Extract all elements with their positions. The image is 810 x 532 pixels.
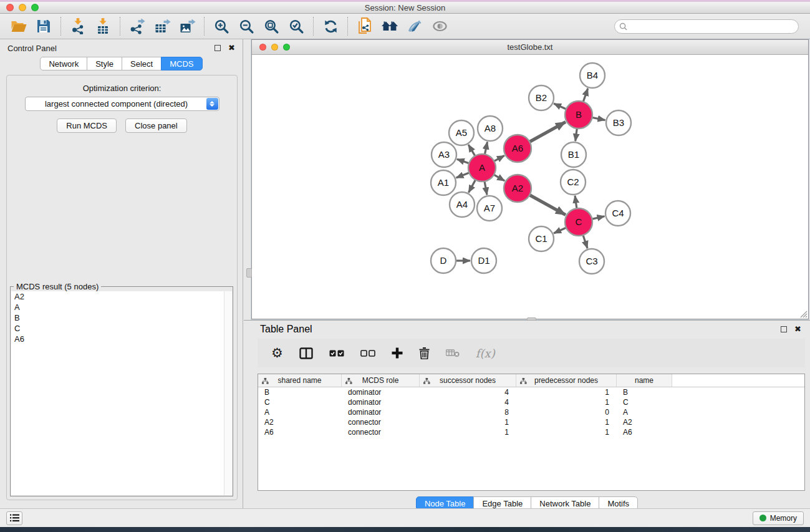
- task-history-button[interactable]: [6, 511, 22, 525]
- column-header-role[interactable]: MCDS role: [342, 374, 420, 387]
- save-session-icon[interactable]: [31, 16, 56, 37]
- network-graph-canvas[interactable]: B4B2BB3A5A8A6A3B1AA1C2A2A4A7C4CC1DD1C3: [252, 55, 808, 319]
- cell-name[interactable]: A: [617, 407, 672, 417]
- column-header-name[interactable]: name: [617, 374, 672, 387]
- edge-B-B2[interactable]: [554, 104, 567, 110]
- cybrowser-home-icon[interactable]: [377, 16, 402, 37]
- eye-icon[interactable]: [427, 16, 452, 37]
- edge-C-C1[interactable]: [554, 227, 567, 233]
- node-D[interactable]: D: [431, 248, 456, 273]
- node-B1[interactable]: B1: [561, 142, 586, 167]
- tab-select[interactable]: Select: [122, 57, 162, 70]
- cell-name[interactable]: B: [617, 387, 672, 397]
- edge-A-A5[interactable]: [468, 145, 476, 157]
- column-layout-icon[interactable]: [299, 344, 313, 362]
- node-A4[interactable]: A4: [450, 192, 475, 217]
- node-A6[interactable]: A6: [504, 135, 531, 162]
- cell-role[interactable]: dominator: [342, 397, 420, 407]
- mcds-result-item[interactable]: A2: [11, 291, 232, 302]
- mcds-result-item[interactable]: C: [11, 323, 232, 334]
- float-table-panel-icon[interactable]: [781, 326, 787, 332]
- node-A3[interactable]: A3: [432, 142, 456, 167]
- cell-pred[interactable]: 1: [516, 427, 617, 437]
- close-panel-icon[interactable]: ✖: [228, 45, 235, 51]
- cell-role[interactable]: dominator: [342, 387, 420, 397]
- node-C1[interactable]: C1: [529, 226, 554, 251]
- column-header-shared[interactable]: shared name: [258, 374, 342, 387]
- export-image-icon[interactable]: [175, 16, 200, 37]
- node-A2[interactable]: A2: [504, 175, 531, 202]
- mcds-result-item[interactable]: A: [11, 302, 232, 312]
- zoom-in-icon[interactable]: [209, 16, 234, 37]
- tab-network[interactable]: Network: [40, 57, 87, 70]
- cell-succ[interactable]: 1: [420, 417, 516, 427]
- delete-table-icon[interactable]: [446, 344, 460, 362]
- zoom-fit-icon[interactable]: [259, 16, 284, 37]
- edge-A-A3[interactable]: [457, 159, 470, 163]
- float-panel-icon[interactable]: [215, 45, 221, 51]
- delete-icon[interactable]: [419, 344, 430, 362]
- import-table-icon[interactable]: [90, 16, 115, 37]
- mcds-result-item[interactable]: A6: [11, 334, 232, 344]
- refresh-icon[interactable]: [318, 16, 343, 37]
- node-D1[interactable]: D1: [471, 248, 496, 273]
- tab-mcds[interactable]: MCDS: [161, 57, 202, 70]
- edge-A2-C[interactable]: [529, 195, 566, 215]
- edge-C-C4[interactable]: [591, 216, 605, 220]
- node-A5[interactable]: A5: [449, 120, 474, 145]
- node-A1[interactable]: A1: [431, 170, 456, 195]
- result-list-scrollbar[interactable]: [224, 291, 232, 495]
- node-C4[interactable]: C4: [605, 201, 630, 226]
- cell-succ[interactable]: 4: [420, 397, 516, 407]
- edge-A-A2[interactable]: [493, 174, 504, 181]
- cell-pred[interactable]: 1: [516, 397, 617, 407]
- node-B2[interactable]: B2: [529, 85, 554, 110]
- cell-shared[interactable]: A2: [258, 417, 342, 427]
- export-table-icon[interactable]: [150, 16, 175, 37]
- tab-style[interactable]: Style: [87, 57, 122, 70]
- run-mcds-button[interactable]: Run MCDS: [57, 118, 117, 133]
- column-header-pred[interactable]: predecessor nodes: [516, 374, 617, 387]
- add-column-icon[interactable]: [392, 344, 403, 362]
- cell-succ[interactable]: 1: [420, 427, 516, 437]
- node-B[interactable]: B: [565, 101, 592, 128]
- edge-A-A7[interactable]: [485, 180, 487, 195]
- cell-role[interactable]: connector: [342, 427, 420, 437]
- deselect-all-icon[interactable]: [360, 344, 375, 362]
- cell-pred[interactable]: 0: [516, 407, 617, 417]
- select-all-icon[interactable]: [329, 344, 344, 362]
- search-field[interactable]: [614, 19, 799, 34]
- edge-A-A4[interactable]: [468, 179, 476, 193]
- import-network-icon[interactable]: [65, 16, 90, 37]
- node-B4[interactable]: B4: [580, 63, 605, 88]
- column-header-succ[interactable]: successor nodes: [420, 374, 516, 387]
- node-A7[interactable]: A7: [477, 196, 502, 221]
- close-table-panel-icon[interactable]: ✖: [794, 326, 801, 332]
- memory-button[interactable]: Memory: [753, 511, 804, 525]
- zoom-selected-icon[interactable]: [284, 16, 309, 37]
- cell-role[interactable]: connector: [342, 417, 420, 427]
- edge-A-A8[interactable]: [485, 142, 488, 156]
- vertical-divider-grabber[interactable]: [246, 268, 252, 278]
- mcds-result-list[interactable]: A2ABCA6: [11, 291, 232, 495]
- edge-A-A1[interactable]: [456, 172, 471, 178]
- edge-C-C2[interactable]: [575, 196, 577, 210]
- node-B3[interactable]: B3: [606, 110, 631, 135]
- function-builder-icon[interactable]: f(x): [476, 344, 495, 362]
- cell-role[interactable]: dominator: [342, 407, 420, 417]
- mcds-result-item[interactable]: B: [11, 312, 232, 323]
- cell-shared[interactable]: A6: [258, 427, 342, 437]
- cell-shared[interactable]: B: [258, 387, 342, 397]
- search-input[interactable]: [630, 21, 798, 32]
- cell-name[interactable]: A6: [617, 427, 672, 437]
- node-C2[interactable]: C2: [561, 170, 586, 195]
- cell-name[interactable]: A2: [617, 417, 672, 427]
- cell-succ[interactable]: 4: [420, 387, 516, 397]
- cell-shared[interactable]: A: [258, 407, 342, 417]
- cell-pred[interactable]: 1: [516, 417, 617, 427]
- node-A[interactable]: A: [468, 154, 496, 181]
- edge-C-C3[interactable]: [582, 234, 587, 248]
- edge-A6-B[interactable]: [529, 122, 566, 143]
- open-session-icon[interactable]: [6, 16, 31, 37]
- cell-name[interactable]: C: [617, 397, 672, 407]
